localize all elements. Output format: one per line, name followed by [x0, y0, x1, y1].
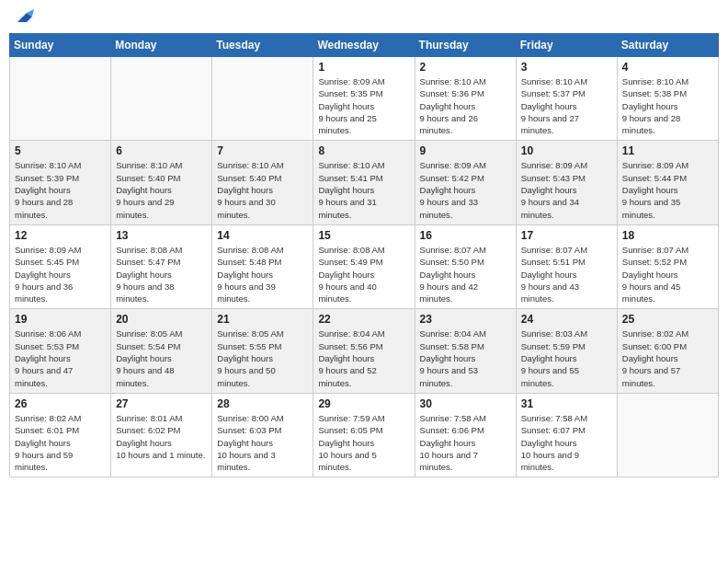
sunset-time: 5:39 PM [47, 173, 79, 183]
calendar-cell: 12 Sunrise: 8:09 AM Sunset: 5:45 PM Dayl… [10, 224, 111, 308]
day-info: Sunrise: 8:10 AM Sunset: 5:39 PM Dayligh… [15, 159, 106, 220]
day-number: 31 [521, 397, 612, 410]
day-header-thursday: Thursday [415, 34, 516, 57]
sunrise-time: 8:08 AM [151, 245, 183, 255]
sunrise-label: Sunrise: [318, 413, 353, 423]
calendar-header-row: SundayMondayTuesdayWednesdayThursdayFrid… [10, 34, 719, 57]
sunset-label: Sunset: [15, 257, 47, 267]
sunset-label: Sunset: [420, 88, 452, 98]
calendar-cell: 4 Sunrise: 8:10 AM Sunset: 5:38 PM Dayli… [617, 57, 718, 141]
sunrise-time: 8:08 AM [353, 245, 385, 255]
daylight-label: Daylight hours [318, 270, 374, 280]
sunset-label: Sunset: [521, 257, 553, 267]
sunset-time: 5:56 PM [350, 341, 382, 351]
daylight-label: Daylight hours [521, 185, 577, 195]
sunset-label: Sunset: [420, 257, 452, 267]
daylight-value: 9 hours and 30 minutes. [217, 197, 275, 219]
sunrise-time: 8:10 AM [353, 160, 385, 170]
sunrise-label: Sunrise: [318, 76, 353, 86]
day-number: 21 [217, 313, 308, 326]
day-number: 29 [318, 397, 409, 410]
sunset-label: Sunset: [116, 257, 148, 267]
sunrise-time: 8:02 AM [656, 328, 688, 339]
calendar-cell: 23 Sunrise: 8:04 AM Sunset: 5:58 PM Dayl… [415, 309, 516, 393]
sunset-time: 5:44 PM [654, 173, 687, 183]
logo-icon [14, 9, 34, 26]
calendar-cell: 3 Sunrise: 8:10 AM Sunset: 5:37 PM Dayli… [516, 57, 617, 141]
day-number: 15 [318, 229, 409, 242]
daylight-label: Daylight hours [217, 185, 273, 195]
day-number: 10 [521, 144, 612, 157]
day-info: Sunrise: 8:08 AM Sunset: 5:49 PM Dayligh… [318, 244, 409, 304]
calendar-cell: 11 Sunrise: 8:09 AM Sunset: 5:44 PM Dayl… [617, 141, 718, 224]
sunset-label: Sunset: [521, 341, 553, 351]
day-info: Sunrise: 8:07 AM Sunset: 5:52 PM Dayligh… [622, 244, 713, 304]
sunrise-label: Sunrise: [217, 160, 252, 170]
sunset-label: Sunset: [217, 257, 249, 267]
day-number: 19 [15, 313, 106, 326]
sunset-label: Sunset: [15, 425, 47, 435]
day-info: Sunrise: 7:58 AM Sunset: 6:07 PM Dayligh… [521, 412, 612, 473]
daylight-label: Daylight hours [15, 438, 71, 448]
calendar-cell: 30 Sunrise: 7:58 AM Sunset: 6:06 PM Dayl… [415, 393, 516, 477]
day-number: 26 [15, 397, 106, 410]
day-number: 30 [420, 397, 511, 410]
calendar-cell: 18 Sunrise: 8:07 AM Sunset: 5:52 PM Dayl… [617, 224, 718, 308]
calendar-cell: 6 Sunrise: 8:10 AM Sunset: 5:40 PM Dayli… [111, 141, 212, 224]
calendar-cell: 1 Sunrise: 8:09 AM Sunset: 5:35 PM Dayli… [313, 57, 415, 141]
calendar-cell: 17 Sunrise: 8:07 AM Sunset: 5:51 PM Dayl… [516, 224, 617, 308]
sunrise-time: 8:09 AM [353, 76, 385, 86]
day-header-wednesday: Wednesday [313, 34, 415, 57]
sunrise-label: Sunrise: [15, 160, 50, 170]
week-row-1: 1 Sunrise: 8:09 AM Sunset: 5:35 PM Dayli… [10, 57, 719, 141]
sunrise-label: Sunrise: [15, 245, 50, 255]
calendar-cell: 28 Sunrise: 8:00 AM Sunset: 6:03 PM Dayl… [212, 393, 313, 477]
page-header [9, 9, 719, 26]
sunrise-label: Sunrise: [217, 328, 252, 339]
sunrise-time: 8:09 AM [555, 160, 587, 170]
sunrise-label: Sunrise: [420, 76, 455, 86]
day-number: 24 [521, 313, 612, 326]
week-row-2: 5 Sunrise: 8:10 AM Sunset: 5:39 PM Dayli… [10, 141, 719, 224]
sunset-time: 5:48 PM [249, 257, 281, 267]
sunrise-label: Sunrise: [217, 413, 252, 423]
day-info: Sunrise: 8:10 AM Sunset: 5:37 PM Dayligh… [521, 75, 612, 136]
sunset-label: Sunset: [420, 173, 452, 183]
sunset-label: Sunset: [521, 88, 553, 98]
sunset-label: Sunset: [217, 173, 249, 183]
sunrise-time: 8:09 AM [656, 160, 688, 170]
daylight-value: 9 hours and 39 minutes. [217, 282, 275, 304]
daylight-value: 10 hours and 5 minutes. [318, 450, 376, 472]
sunset-label: Sunset: [318, 341, 350, 351]
daylight-value: 10 hours and 9 minutes. [521, 450, 579, 472]
sunset-label: Sunset: [217, 425, 249, 435]
sunrise-label: Sunrise: [521, 413, 556, 423]
daylight-label: Daylight hours [318, 185, 374, 195]
daylight-label: Daylight hours [116, 438, 172, 448]
sunrise-label: Sunrise: [318, 328, 353, 339]
daylight-label: Daylight hours [420, 270, 476, 280]
sunrise-time: 8:04 AM [353, 328, 385, 339]
sunset-time: 6:03 PM [249, 425, 281, 435]
sunset-time: 5:52 PM [654, 257, 687, 267]
sunset-time: 5:49 PM [350, 257, 382, 267]
sunrise-time: 8:07 AM [454, 245, 486, 255]
daylight-value: 10 hours and 7 minutes. [420, 450, 478, 472]
calendar-cell: 7 Sunrise: 8:10 AM Sunset: 5:40 PM Dayli… [212, 141, 313, 224]
calendar-cell: 20 Sunrise: 8:05 AM Sunset: 5:54 PM Dayl… [111, 309, 212, 393]
sunset-label: Sunset: [15, 341, 47, 351]
sunrise-label: Sunrise: [15, 413, 50, 423]
sunset-label: Sunset: [521, 425, 553, 435]
daylight-value: 9 hours and 59 minutes. [15, 450, 73, 472]
day-header-friday: Friday [516, 34, 617, 57]
sunrise-time: 8:08 AM [252, 245, 284, 255]
sunrise-time: 7:58 AM [454, 413, 486, 423]
day-info: Sunrise: 8:07 AM Sunset: 5:50 PM Dayligh… [420, 244, 511, 304]
sunrise-time: 8:10 AM [50, 160, 82, 170]
daylight-value: 9 hours and 25 minutes. [318, 113, 376, 135]
day-number: 18 [622, 229, 713, 242]
sunset-label: Sunset: [217, 341, 249, 351]
sunset-label: Sunset: [116, 341, 148, 351]
daylight-label: Daylight hours [318, 101, 374, 111]
sunset-time: 6:02 PM [148, 425, 180, 435]
